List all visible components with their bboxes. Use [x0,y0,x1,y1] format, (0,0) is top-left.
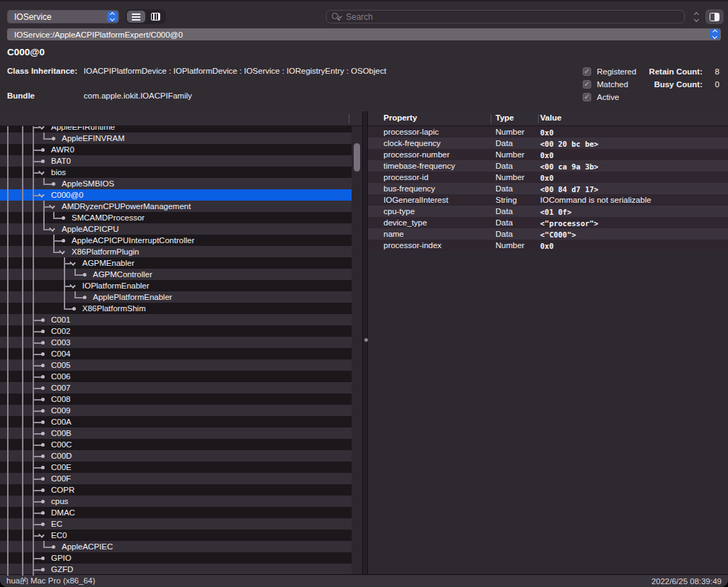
tree-row-AGPMController[interactable]: AGPMController [0,269,352,280]
tree-row-C00F[interactable]: C00F [0,473,352,484]
tree-row-C00C[interactable]: C00C [0,439,352,450]
property-row-IOGeneralInterest[interactable]: IOGeneralInterestStringIOCommand is not … [368,194,728,206]
tree-guide-line [33,126,34,576]
property-row-device_type[interactable]: device_typeData<"processor"> [368,217,728,228]
tree-node-label: C00D [51,452,72,460]
tree-scrollbar-thumb[interactable] [354,143,360,172]
retain-count-label: Retain Count: [642,67,702,76]
inspector-toggle-button[interactable] [705,9,724,24]
busy-count-row: Busy Count: 0 [642,78,719,91]
tree-node-label: X86PlatformShim [82,304,145,313]
search-result-stepper[interactable] [690,11,702,23]
tree-row-C00A[interactable]: C00A [0,416,352,427]
list-view-segment[interactable] [127,11,145,23]
tree-row-BAT0[interactable]: BAT0 [0,155,352,167]
property-row-cpu-type[interactable]: cpu-typeData<01 0f> [368,206,728,217]
tree-node-label: C004 [51,350,71,358]
matched-checkbox[interactable]: ✓ [583,80,591,89]
busy-count-label: Busy Count: [642,80,702,89]
property-column-header[interactable]: Property [383,113,417,122]
tree-node-label: GPIO [51,554,72,562]
tree-row-AGPMEnabler[interactable]: AGPMEnabler [0,257,352,269]
active-checkbox[interactable]: ✓ [583,93,591,101]
class-inheritance-value: IOACPIPlatformDevice : IOPlatformDevice … [84,67,386,75]
tree-row-COPR[interactable]: COPR [0,484,352,496]
tree-row-ApplePlatformEnabler[interactable]: ApplePlatformEnabler [0,291,352,303]
matched-checkbox-row: ✓ Matched [583,78,637,91]
property-row-clock-frequency[interactable]: clock-frequencyData<00 20 bc be> [368,138,728,149]
split-divider[interactable] [362,111,368,576]
tree-row-C002[interactable]: C002 [0,325,352,337]
type-column-header[interactable]: Type [495,113,514,122]
disclosure-chevron-icon [69,282,76,289]
tree-row-cpus[interactable]: cpus [0,496,352,507]
tree-row-C003[interactable]: C003 [0,337,352,348]
property-type: Number [495,150,525,159]
plane-popup-label: IOService [14,12,52,22]
tree-row-AWR0[interactable]: AWR0 [0,144,352,155]
node-bullet-icon [52,137,55,140]
tree-row-EC[interactable]: EC [0,518,352,530]
property-row-bus-frequency[interactable]: bus-frequencyData<00 84 d7 17> [368,183,728,194]
tree-row-C00D[interactable]: C00D [0,450,352,462]
disclosure-chevron-icon [38,126,45,129]
tree-row-EC0[interactable]: EC0 [0,530,352,541]
property-row-name[interactable]: nameData<"C000"> [368,228,728,240]
tree-row-AppleACPICPU[interactable]: AppleACPICPU [0,223,352,235]
tree-row-C008[interactable]: C008 [0,393,352,405]
property-row-processor-lapic[interactable]: processor-lapicNumber0x0 [368,126,728,138]
tree-row-C00B[interactable]: C00B [0,427,352,439]
tree-row-AMDRyzenCPUPowerManagement[interactable]: AMDRyzenCPUPowerManagement [0,201,352,212]
tree-node-label: AGPMController [93,270,152,279]
tree-node-label: BAT0 [51,157,71,165]
tree-row-C000@0[interactable]: C000@0 [0,189,352,201]
tree-row-AppleACPIEC[interactable]: AppleACPIEC [0,541,352,552]
search-input[interactable] [345,11,642,23]
search-field[interactable] [326,10,685,23]
node-bullet-icon [41,318,45,322]
plane-popup-button[interactable]: IOService [7,10,119,23]
tree-row-C006[interactable]: C006 [0,371,352,382]
tree-row-C009[interactable]: C009 [0,405,352,416]
tree-node-label: IOPlatformEnabler [82,281,150,290]
tree-row-C005[interactable]: C005 [0,359,352,371]
tree-row-AppleEFINVRAM[interactable]: AppleEFINVRAM [0,133,352,144]
property-row-processor-number[interactable]: processor-numberNumber0x0 [368,149,728,160]
retain-count-row: Retain Count: 8 [642,65,719,78]
tree-row-C00E[interactable]: C00E [0,462,352,473]
path-bar[interactable]: IOService:/AppleACPIPlatformExpert/C000@… [7,28,721,40]
tree-row-AppleACPICPUInterruptController[interactable]: AppleACPICPUInterruptController [0,235,352,246]
tree-row-C004[interactable]: C004 [0,348,352,359]
property-value: <01 0f> [540,208,571,216]
tree-row-X86PlatformPlugin[interactable]: X86PlatformPlugin [0,246,352,257]
node-bullet-icon [41,443,45,447]
retain-count-value: 8 [702,67,719,76]
tree-row-AppleEFIRuntime[interactable]: AppleEFIRuntime [0,126,352,133]
property-type: Data [495,139,513,147]
tree-row-X86PlatformShim[interactable]: X86PlatformShim [0,303,352,314]
tree-row-SMCAMDProcessor[interactable]: SMCAMDProcessor [0,212,352,223]
property-name: bus-frequency [383,184,435,193]
tree-row-GZFD[interactable]: GZFD [0,564,352,575]
disclosure-chevron-icon [59,248,65,255]
split-divider-handle[interactable] [364,338,368,342]
tree-row-bios[interactable]: bios [0,167,352,178]
tree-row-GPIO[interactable]: GPIO [0,552,352,564]
tree-row-AppleSMBIOS[interactable]: AppleSMBIOS [0,178,352,189]
property-name: clock-frequency [383,139,441,147]
tree-node-label: AppleEFIRuntime [51,126,115,131]
property-row-processor-index[interactable]: processor-indexNumber0x0 [368,240,728,251]
tree-node-label: C000@0 [51,191,84,199]
tree-row-C007[interactable]: C007 [0,382,352,393]
node-bullet-icon [41,330,45,333]
tree-row-DMAC[interactable]: DMAC [0,507,352,518]
node-bullet-icon [41,420,45,424]
registered-checkbox[interactable]: ✓ [583,67,591,76]
tree-row-IOPlatformEnabler[interactable]: IOPlatformEnabler [0,280,352,291]
property-row-timebase-frequency[interactable]: timebase-frequencyData<00 ca 9a 3b> [368,160,728,172]
property-row-processor-id[interactable]: processor-idNumber0x0 [368,172,728,183]
column-view-segment[interactable] [146,11,164,23]
value-column-header[interactable]: Value [540,113,561,122]
tree-row-C001[interactable]: C001 [0,314,352,325]
node-bullet-icon [52,182,55,186]
